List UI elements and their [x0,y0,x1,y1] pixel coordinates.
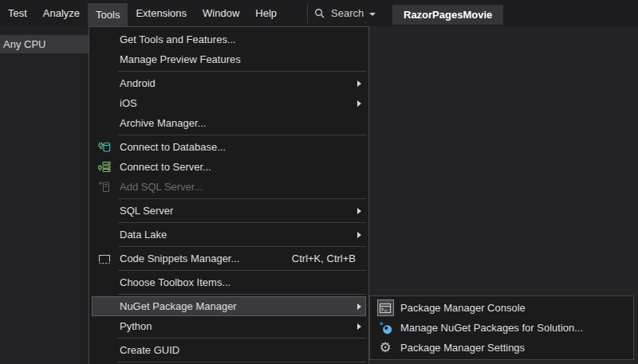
vs-window: Test Analyze Tools Extensions Window Hel… [0,0,638,364]
search-icon [314,8,325,19]
toolbar-divider [307,4,308,23]
menu-item-code-snippets-manager[interactable]: Code Snippets Manager... Ctrl+K, Ctrl+B [89,249,368,268]
submenu-arrow-icon [357,303,361,310]
menu-item-archive-manager[interactable]: Archive Manager... [89,113,368,133]
menu-item-android[interactable]: Android [89,73,368,93]
code-snippets-icon [89,249,120,268]
menubar-item-tools[interactable]: Tools [88,3,128,26]
submenu-arrow-icon [357,100,361,107]
icon-gutter [89,225,120,245]
submenu-arrow-icon [357,323,361,330]
chevron-down-icon [369,13,376,16]
platform-selector-value: Any CPU [3,38,45,50]
menu-bar: Test Analyze Tools Extensions Window Hel… [0,0,638,26]
menubar-item-extensions[interactable]: Extensions [128,0,195,26]
database-plug-icon [89,137,120,157]
console-icon [377,299,394,316]
icon-gutter [89,340,120,360]
icon-gutter [89,296,120,316]
icon-gutter [89,201,120,221]
menu-item-python[interactable]: Python [89,316,368,336]
submenu-arrow-icon [357,80,361,87]
menu-item-ios[interactable]: iOS [89,93,368,113]
add-sql-server-icon [89,177,120,197]
nuget-submenu: Package Manager Console Manage NuGet Pac… [369,296,634,360]
icon-gutter [89,93,120,113]
menu-item-create-guid[interactable]: Create GUID [89,340,368,360]
nuget-icon [370,318,400,338]
submenu-item-manage-nuget-packages[interactable]: Manage NuGet Packages for Solution... [370,318,633,338]
menu-item-choose-toolbox-items[interactable]: Choose Toolbox Items... [89,272,368,292]
submenu-item-package-manager-settings[interactable]: ⚙ Package Manager Settings [370,338,633,358]
shortcut-label: Ctrl+K, Ctrl+B [292,252,356,264]
search-label: Search [331,7,364,19]
menubar-item-window[interactable]: Window [195,0,247,26]
menu-item-data-lake[interactable]: Data Lake [89,225,368,245]
submenu-arrow-icon [357,208,361,214]
icon-gutter [89,113,120,133]
icon-gutter [89,29,120,49]
submenu-item-package-manager-console[interactable]: Package Manager Console [370,298,633,318]
menu-item-sql-server[interactable]: SQL Server [89,201,368,221]
menubar-item-test[interactable]: Test [0,0,35,26]
menubar-item-help[interactable]: Help [247,0,285,26]
search-box[interactable]: Search [314,0,376,26]
left-panel: Any CPU [0,26,89,364]
server-plug-icon [89,157,120,177]
menubar-item-analyze[interactable]: Analyze [35,0,88,26]
menu-item-add-sql-server: Add SQL Server... [89,177,368,197]
menu-item-connect-to-database[interactable]: Connect to Database... [89,137,368,157]
menu-separator [89,360,368,364]
gear-icon: ⚙ [370,338,400,358]
tools-menu: Get Tools and Features... Manage Preview… [89,26,369,364]
menu-item-connect-to-server[interactable]: Connect to Server... [89,157,368,177]
menu-item-manage-preview-features[interactable]: Manage Preview Features [89,49,368,69]
project-button[interactable]: RazorPagesMovie [392,5,503,25]
submenu-arrow-icon [357,232,361,238]
icon-gutter [89,73,120,93]
icon-gutter [89,316,120,336]
icon-gutter [89,272,120,292]
icon-gutter [89,49,120,69]
menu-item-nuget-package-manager[interactable]: NuGet Package Manager [89,296,368,316]
platform-selector[interactable]: Any CPU [0,35,89,53]
menu-item-get-tools-and-features[interactable]: Get Tools and Features... [89,29,368,49]
